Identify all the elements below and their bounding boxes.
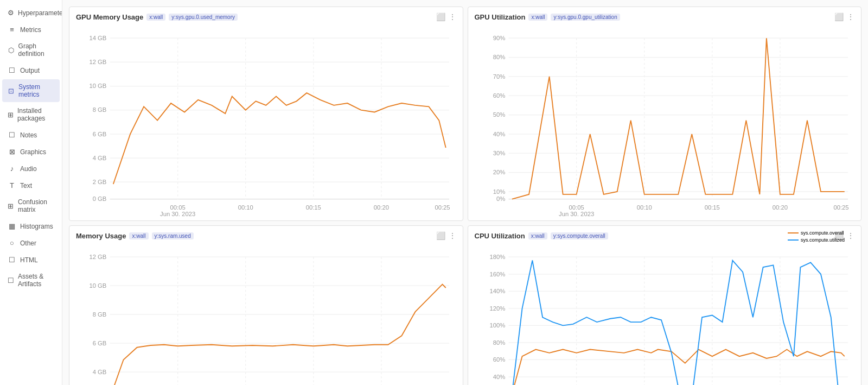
svg-text:00:25: 00:25 — [435, 204, 450, 211]
sidebar-label-audio: Audio — [20, 165, 37, 173]
cpu-legend: sys.compute.overall sys.compute.utilized — [788, 230, 845, 243]
gpu-utilization-header: GPU Utilization x:wall y:sys.gpu.0.gpu_u… — [475, 12, 855, 21]
memory-usage-tag2: y:sys.ram.used — [152, 232, 194, 239]
graphics-icon: ⊠ — [8, 148, 16, 156]
system-metrics-icon: ⊡ — [8, 87, 15, 95]
legend-label-overall: sys.compute.overall — [801, 230, 844, 236]
sidebar-item-metrics[interactable]: ≡ Metrics — [2, 22, 60, 37]
svg-text:4 GB: 4 GB — [93, 155, 107, 161]
cpu-utilization-tag1: x:wall — [528, 232, 547, 239]
svg-text:6 GB: 6 GB — [93, 340, 107, 346]
svg-text:100%: 100% — [489, 322, 505, 329]
svg-text:40%: 40% — [493, 374, 505, 380]
cpu-utilization-chart-panel: CPU Utilization x:wall y:sys.compute.ove… — [468, 225, 862, 385]
sidebar-item-hyperparameters[interactable]: ⚙ Hyperparameters — [2, 5, 60, 21]
html-icon: ☐ — [8, 256, 16, 264]
sidebar-item-graphics[interactable]: ⊠ Graphics — [2, 144, 60, 160]
memory-usage-chart-area: 12 GB 10 GB 8 GB 6 GB 4 GB 2 GB 0 GB 00:… — [76, 243, 456, 385]
gpu-utilization-svg: 90% 80% 70% 60% 50% 40% 30% 20% 10% 0% 0… — [475, 24, 855, 216]
svg-text:180%: 180% — [489, 254, 505, 260]
graph-icon: ⬡ — [8, 46, 15, 54]
svg-text:2 GB: 2 GB — [93, 179, 107, 185]
svg-text:12 GB: 12 GB — [89, 59, 106, 65]
svg-text:10 GB: 10 GB — [89, 83, 106, 89]
sidebar-label-graphics: Graphics — [20, 148, 46, 156]
audio-icon: ♪ — [8, 165, 16, 173]
confusion-icon: ⊞ — [8, 202, 14, 210]
more-icon[interactable]: ⋮ — [449, 231, 456, 240]
gpu-utilization-tag1: x:wall — [528, 14, 547, 21]
svg-text:50%: 50% — [493, 111, 505, 118]
gpu-memory-chart-panel: GPU Memory Usage x:wall y:sys.gpu.0.used… — [69, 7, 463, 221]
svg-text:20%: 20% — [493, 169, 505, 175]
memory-usage-tag1: x:wall — [129, 232, 148, 239]
memory-usage-svg: 12 GB 10 GB 8 GB 6 GB 4 GB 2 GB 0 GB 00:… — [76, 243, 456, 385]
metrics-icon: ≡ — [8, 26, 16, 34]
sidebar-label-text: Text — [20, 182, 32, 190]
other-icon: ○ — [8, 239, 16, 247]
sidebar-label-hyperparameters: Hyperparameters — [18, 9, 62, 17]
sidebar-label-notes: Notes — [20, 131, 37, 139]
svg-text:00:15: 00:15 — [306, 204, 321, 211]
memory-usage-title: Memory Usage — [76, 232, 126, 240]
svg-text:Jun 30, 2023: Jun 30, 2023 — [559, 211, 594, 216]
svg-text:70%: 70% — [493, 73, 505, 80]
svg-text:00:20: 00:20 — [374, 204, 389, 211]
svg-text:00:05: 00:05 — [569, 204, 584, 211]
memory-usage-chart-panel: Memory Usage x:wall y:sys.ram.used ⬜ ⋮ 1… — [69, 225, 463, 385]
sidebar-item-installed-packages[interactable]: ⊞ Installed packages — [2, 103, 60, 126]
memory-usage-actions: ⬜ ⋮ — [436, 231, 456, 240]
sidebar-label-assets: Assets & Artifacts — [18, 273, 54, 288]
expand-icon[interactable]: ⬜ — [436, 12, 445, 21]
svg-text:40%: 40% — [493, 131, 505, 137]
more-icon[interactable]: ⋮ — [847, 231, 854, 240]
sidebar-item-assets[interactable]: ☐ Assets & Artifacts — [2, 269, 60, 292]
svg-text:140%: 140% — [489, 288, 505, 294]
sidebar-item-html[interactable]: ☐ HTML — [2, 252, 60, 268]
legend-label-utilized: sys.compute.utilized — [801, 237, 845, 243]
svg-text:120%: 120% — [489, 305, 505, 312]
expand-icon[interactable]: ⬜ — [436, 231, 445, 240]
sidebar-item-text[interactable]: T Text — [2, 178, 60, 193]
sidebar-label-output: Output — [20, 67, 40, 74]
cpu-utilization-svg: 180% 160% 140% 120% 100% 80% 60% 40% 20%… — [475, 243, 855, 385]
sidebar-item-other[interactable]: ○ Other — [2, 235, 60, 251]
more-icon[interactable]: ⋮ — [847, 12, 854, 21]
legend-item-utilized: sys.compute.utilized — [788, 237, 845, 243]
svg-text:14 GB: 14 GB — [89, 35, 106, 41]
svg-text:160%: 160% — [489, 271, 505, 277]
cpu-utilization-chart-area: 180% 160% 140% 120% 100% 80% 60% 40% 20%… — [475, 243, 855, 385]
svg-text:00:20: 00:20 — [772, 204, 787, 211]
gpu-memory-chart-area: 14 GB 12 GB 10 GB 8 GB 6 GB 4 GB 2 GB 0 … — [76, 24, 456, 216]
packages-icon: ⊞ — [8, 111, 14, 119]
svg-text:10%: 10% — [493, 188, 505, 195]
sidebar-item-confusion-matrix[interactable]: ⊞ Confusion matrix — [2, 194, 60, 217]
legend-item-overall: sys.compute.overall — [788, 230, 845, 236]
assets-icon: ☐ — [8, 276, 14, 285]
gpu-memory-svg: 14 GB 12 GB 10 GB 8 GB 6 GB 4 GB 2 GB 0 … — [76, 24, 456, 216]
expand-icon[interactable]: ⬜ — [834, 12, 844, 21]
sidebar-item-output[interactable]: ☐ Output — [2, 62, 60, 78]
svg-text:00:10: 00:10 — [238, 204, 253, 211]
svg-text:00:25: 00:25 — [833, 204, 848, 211]
svg-text:0 GB: 0 GB — [93, 195, 107, 202]
gpu-memory-title: GPU Memory Usage — [76, 13, 143, 21]
text-icon: T — [8, 181, 16, 190]
more-icon[interactable]: ⋮ — [449, 12, 456, 21]
sidebar-item-notes[interactable]: ☐ Notes — [2, 127, 60, 143]
notes-icon: ☐ — [8, 131, 16, 139]
gpu-memory-header: GPU Memory Usage x:wall y:sys.gpu.0.used… — [76, 12, 456, 21]
svg-text:80%: 80% — [493, 339, 505, 346]
sidebar-item-histograms[interactable]: ▦ Histograms — [2, 218, 60, 234]
cpu-utilization-tag2: y:sys.compute.overall — [551, 232, 608, 239]
sidebar-item-graph-definition[interactable]: ⬡ Graph definition — [2, 39, 60, 61]
gpu-utilization-actions: ⬜ ⋮ — [834, 12, 854, 21]
sidebar-item-audio[interactable]: ♪ Audio — [2, 161, 60, 176]
sidebar-label-html: HTML — [20, 256, 38, 264]
legend-color-overall — [788, 232, 799, 233]
sidebar-item-system-metrics[interactable]: ⊡ System metrics — [2, 79, 60, 102]
svg-text:10 GB: 10 GB — [89, 282, 106, 289]
sidebar-label-other: Other — [20, 239, 36, 247]
sidebar-label-metrics: Metrics — [20, 26, 41, 34]
histograms-icon: ▦ — [8, 222, 16, 230]
